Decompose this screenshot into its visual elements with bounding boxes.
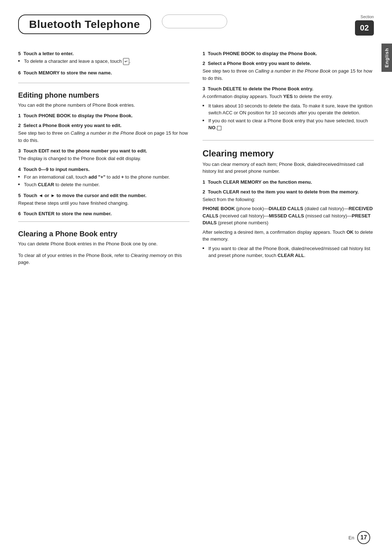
step-5-bullets: To delete a character and leave a space,… — [18, 58, 189, 65]
editing-step-6: 6 Touch ENTER to store the new number. — [18, 211, 189, 216]
editing-step-5-heading: 5 Touch ◄ or ► to move the cursor and ed… — [18, 193, 189, 198]
clearing-entry-r-step-3-heading: 3 Touch DELETE to delete the Phone Book … — [203, 86, 374, 91]
bullet-item: For an international call, touch add "+"… — [18, 174, 189, 181]
no-square-icon — [217, 126, 221, 130]
page: Bluetooth Telephone Section 02 English 5… — [0, 0, 392, 555]
clearing-entry-r-step-1-heading: 1 Touch PHONE BOOK to display the Phone … — [203, 51, 374, 56]
clearing-memory-step-1-heading: 1 Touch CLEAR MEMORY on the function men… — [203, 179, 374, 185]
language-sidebar: English — [381, 44, 392, 72]
editing-heading: Editing phone numbers — [18, 91, 189, 99]
divider-3 — [203, 140, 374, 140]
editing-step-2-heading: 2 Select a Phone Book entry you want to … — [18, 123, 189, 128]
clearing-memory-heading: Clearing memory — [203, 148, 374, 159]
clearing-memory-step-2: 2 Touch CLEAR next to the item you want … — [203, 189, 374, 259]
clearing-entry-r-step-3-body: A confirmation display appears. Touch YE… — [203, 93, 374, 100]
bullet-item: If you do not want to clear a Phone Book… — [203, 117, 374, 131]
editing-step-4-heading: 4 Touch 0—9 to input numbers. — [18, 167, 189, 172]
editing-step-3: 3 Touch EDIT next to the phone number yo… — [18, 148, 189, 162]
section-label: Section — [360, 15, 374, 19]
page-title: Bluetooth Telephone — [29, 18, 140, 30]
editing-step-5-body: Repeat these steps until you have finish… — [18, 200, 189, 207]
pre-step-5: 5 Touch a letter to enter. To delete a c… — [18, 51, 189, 65]
bullet-item: Touch CLEAR to delete the number. — [18, 181, 189, 188]
clearing-memory-step-2-after: After selecting a desired item, a confir… — [203, 229, 374, 243]
bullet-item: It takes about 10 seconds to delete the … — [203, 102, 374, 117]
clearing-entry-r-step-3-bullets: It takes about 10 seconds to delete the … — [203, 102, 374, 131]
title-box: Bluetooth Telephone — [18, 15, 151, 34]
editing-step-2: 2 Select a Phone Book entry you want to … — [18, 123, 189, 144]
clearing-entry-r-step-1: 1 Touch PHONE BOOK to display the Phone … — [203, 51, 374, 56]
page-header: Bluetooth Telephone Section 02 — [18, 15, 374, 36]
clearing-entry-intro2: To clear all of your entries in the Phon… — [18, 252, 189, 266]
step-6-heading: 6 Touch MEMORY to store the new name. — [18, 70, 189, 76]
left-column: 5 Touch a letter to enter. To delete a c… — [18, 46, 189, 270]
clearing-entry-r-step-2-heading: 2 Select a Phone Book entry you want to … — [203, 61, 374, 66]
editing-step-4: 4 Touch 0—9 to input numbers. For an int… — [18, 167, 189, 188]
editing-section: Editing phone numbers You can edit the p… — [18, 91, 189, 217]
clearing-memory-step-1: 1 Touch CLEAR MEMORY on the function men… — [203, 179, 374, 185]
footer-page-number: 17 — [357, 531, 370, 544]
section-number: 02 — [355, 20, 374, 36]
clearing-entry-r-step-2-body: See step two to three on Calling a numbe… — [203, 68, 374, 82]
clearing-memory-intro: You can clear memory of each item; Phone… — [203, 161, 374, 175]
right-column: 1 Touch PHONE BOOK to display the Phone … — [203, 46, 374, 270]
footer-en-label: En — [348, 535, 354, 540]
pre-step-6: 6 Touch MEMORY to store the new name. — [18, 70, 189, 76]
clearing-memory-section: Clearing memory You can clear memory of … — [203, 148, 374, 259]
backspace-icon: ↵ — [123, 58, 129, 65]
editing-step-2-body: See step two to three on Calling a numbe… — [18, 130, 189, 144]
clearing-memory-step-2-heading: 2 Touch CLEAR next to the item you want … — [203, 189, 374, 195]
editing-step-1: 1 Touch PHONE BOOK to display the Phone … — [18, 113, 189, 118]
clearing-memory-step-2-bullets: If you want to clear all the Phone Book,… — [203, 245, 374, 259]
bullet-item: If you want to clear all the Phone Book,… — [203, 245, 374, 259]
editing-step-3-heading: 3 Touch EDIT next to the phone number yo… — [18, 148, 189, 154]
clearing-memory-step-2-select: Select from the following: — [203, 196, 374, 203]
clearing-entry-r-step-2: 2 Select a Phone Book entry you want to … — [203, 61, 374, 82]
clearing-entry-heading: Clearing a Phone Book entry — [18, 230, 189, 238]
section-badge: Section 02 — [355, 15, 374, 36]
editing-step-1-heading: 1 Touch PHONE BOOK to display the Phone … — [18, 113, 189, 118]
clearing-entry-intro1: You can delete Phone Book entries in the… — [18, 240, 189, 248]
editing-step-3-body: The display is changed to the Phone Book… — [18, 155, 189, 162]
divider-2 — [18, 221, 189, 222]
editing-step-4-bullets: For an international call, touch add "+"… — [18, 174, 189, 188]
content-columns: 5 Touch a letter to enter. To delete a c… — [18, 46, 374, 270]
editing-step-5: 5 Touch ◄ or ► to move the cursor and ed… — [18, 193, 189, 207]
editing-step-6-heading: 6 Touch ENTER to store the new number. — [18, 211, 189, 216]
clearing-entry-section: Clearing a Phone Book entry You can dele… — [18, 230, 189, 266]
clearing-entry-right: 1 Touch PHONE BOOK to display the Phone … — [203, 51, 374, 131]
oval-decoration — [162, 15, 227, 28]
editing-intro: You can edit the phone numbers of Phone … — [18, 102, 189, 109]
divider-1 — [18, 83, 189, 83]
clearing-memory-step-2-options: PHONE BOOK (phone book)—DIALED CALLS (di… — [203, 205, 374, 227]
clearing-entry-r-step-3: 3 Touch DELETE to delete the Phone Book … — [203, 86, 374, 131]
bullet-item: To delete a character and leave a space,… — [18, 58, 189, 65]
page-footer: En 17 — [348, 531, 370, 544]
step-5-heading: 5 Touch a letter to enter. — [18, 51, 189, 56]
